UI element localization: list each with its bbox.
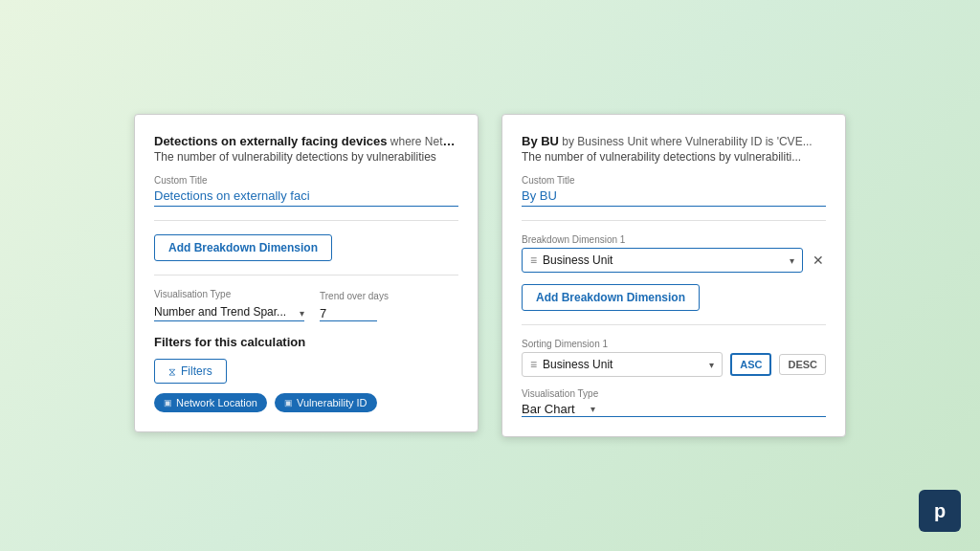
card1-filters-title: Filters for this calculation bbox=[154, 335, 458, 349]
card2-sorting-row: Sorting Dimension 1 ≡ Business Unit ▾ AS… bbox=[522, 339, 826, 377]
card2-breakdown-label: Breakdown Dimension 1 bbox=[522, 234, 826, 245]
card1-trend-field: Trend over days bbox=[320, 291, 389, 321]
card1-vis-type-field: Visualisation Type Number and Trend Spar… bbox=[154, 289, 304, 321]
card-1: Detections on externally facing devices … bbox=[134, 114, 479, 432]
card-2: By BU by Business Unit where Vulnerabili… bbox=[501, 114, 846, 437]
drag-handle-icon: ≡ bbox=[530, 253, 537, 267]
card2-title: By BU by Business Unit where Vulnerabili… bbox=[522, 134, 826, 148]
card2-sort-select-box: ≡ Business Unit ▾ bbox=[522, 352, 723, 377]
card2-description: The number of vulnerability detections b… bbox=[522, 150, 826, 164]
card1-trend-label: Trend over days bbox=[320, 291, 389, 301]
breakdown-chevron-icon: ▾ bbox=[790, 255, 794, 266]
card2-vis-type-label: Visualisation Type bbox=[522, 388, 826, 399]
card1-filters-button[interactable]: ⧖ Filters bbox=[154, 359, 227, 384]
card2-vis-select-box: Bar Chart ▾ bbox=[522, 402, 826, 417]
filter-tag-vulnerability-id[interactable]: ▣ Vulnerability ID bbox=[275, 393, 377, 412]
card1-vis-type-label: Visualisation Type bbox=[154, 289, 304, 299]
card2-custom-title-label: Custom Title bbox=[522, 175, 826, 186]
card1-trend-input[interactable] bbox=[320, 306, 377, 321]
card1-vis-select-wrapper: Number and Trend Spar... ▾ bbox=[154, 305, 304, 321]
card2-custom-title-value: By BU bbox=[522, 188, 826, 207]
tag-icon: ▣ bbox=[164, 398, 172, 408]
cards-container: Detections on externally facing devices … bbox=[115, 95, 865, 456]
card1-divider2 bbox=[154, 275, 458, 276]
asc-button[interactable]: ASC bbox=[730, 353, 771, 376]
card2-breakdown-close-button[interactable]: ✕ bbox=[811, 253, 826, 268]
card2-add-breakdown-button[interactable]: Add Breakdown Dimension bbox=[522, 284, 700, 311]
card1-filter-tags: ▣ Network Location ▣ Vulnerability ID bbox=[154, 393, 458, 412]
card2-sorting-select[interactable]: Business Unit bbox=[543, 358, 703, 371]
card2-divider1 bbox=[522, 220, 826, 221]
card2-divider2 bbox=[522, 324, 826, 325]
card1-title: Detections on externally facing devices … bbox=[154, 134, 458, 148]
card2-vis-type-select[interactable]: Bar Chart bbox=[522, 402, 590, 416]
desc-button[interactable]: DESC bbox=[779, 354, 826, 375]
card2-breakdown-row: ≡ Business Unit ▾ ✕ bbox=[522, 248, 826, 273]
tag-icon-2: ▣ bbox=[284, 398, 293, 408]
vis-chevron-icon: ▾ bbox=[590, 404, 595, 414]
filter-icon: ⧖ bbox=[168, 365, 176, 378]
card1-add-breakdown-button[interactable]: Add Breakdown Dimension bbox=[154, 234, 332, 261]
card2-sort-select-row: ≡ Business Unit ▾ ASC DESC bbox=[522, 352, 826, 377]
card2-breakdown-select[interactable]: Business Unit bbox=[543, 253, 784, 267]
filter-tag-network-location[interactable]: ▣ Network Location bbox=[154, 393, 267, 412]
card1-description: The number of vulnerability detections b… bbox=[154, 150, 458, 164]
card1-vis-row: Visualisation Type Number and Trend Spar… bbox=[154, 289, 458, 321]
sort-chevron-icon: ▾ bbox=[709, 360, 714, 370]
card1-custom-title-value: Detections on externally faci bbox=[154, 188, 458, 207]
card1-vis-type-select[interactable]: Number and Trend Spar... bbox=[154, 305, 304, 320]
card2-sorting-label: Sorting Dimension 1 bbox=[522, 339, 826, 349]
card1-divider bbox=[154, 220, 458, 221]
sort-drag-icon: ≡ bbox=[530, 358, 537, 371]
brand-logo: p bbox=[919, 490, 961, 532]
card1-custom-title-label: Custom Title bbox=[154, 175, 458, 186]
card2-breakdown-select-box: ≡ Business Unit ▾ bbox=[522, 248, 803, 273]
